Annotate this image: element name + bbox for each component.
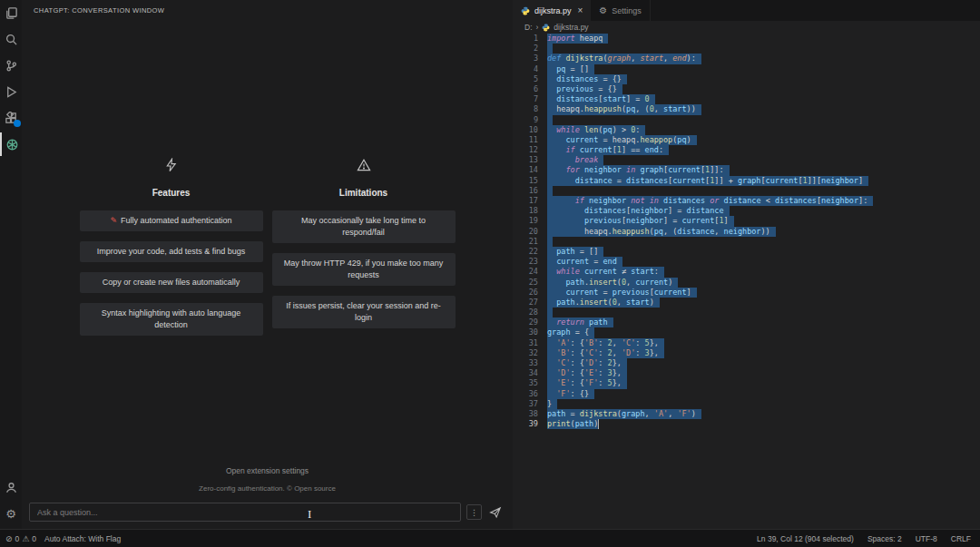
code-line[interactable]: 34 'D': {'E': 3}, (513, 368, 980, 378)
code-line[interactable]: 3def dijkstra(graph, start, end): (513, 54, 980, 63)
code-line[interactable]: 1import heapq (513, 34, 980, 44)
feature-label: Fully automated authentication (121, 215, 232, 227)
python-icon (542, 24, 550, 32)
tab-label: Settings (612, 6, 642, 15)
line-number: 35 (513, 378, 547, 388)
extensions-icon[interactable] (0, 106, 22, 130)
code-line[interactable]: 21 (513, 237, 980, 247)
ibeam-cursor: I (308, 507, 311, 522)
code-line[interactable]: 39print(path) (513, 419, 980, 429)
code-line-text: 'B': {'C': 2, 'D': 3}, (547, 348, 659, 358)
run-debug-icon[interactable] (0, 80, 22, 103)
code-line[interactable]: 26 current = previous[current] (513, 288, 980, 298)
code-line-text: previous = {} (547, 84, 617, 94)
search-icon[interactable] (0, 27, 22, 51)
code-line[interactable]: 7 distances[start] = 0 (513, 94, 980, 104)
code-line-text: 'A': {'B': 2, 'C': 5}, (547, 338, 659, 348)
code-line[interactable]: 12 if current[1] == end: (513, 145, 980, 155)
code-line[interactable]: 8 heapq.heappush(pq, (0, start)) (513, 104, 980, 114)
code-line[interactable]: 37} (513, 399, 980, 409)
code-line[interactable]: 16 (513, 186, 980, 196)
auto-attach-status[interactable]: Auto Attach: With Flag (44, 534, 121, 543)
panel-columns: Features ✎ Fully automated authenticatio… (80, 158, 456, 336)
code-line[interactable]: 15 distance = distances[current[1]] + gr… (513, 176, 980, 186)
line-number: 26 (513, 288, 547, 298)
feature-item: Copy or create new files automatically (80, 272, 263, 293)
chatgpt-icon[interactable] (0, 132, 22, 156)
code-line[interactable]: 36 'F': {} (513, 389, 980, 399)
explorer-icon[interactable] (0, 1, 22, 24)
code-line[interactable]: 17 if neighbor not in distances or dista… (513, 196, 980, 206)
limitation-label: May throw HTTP 429, if you make too many… (283, 258, 445, 281)
error-count: 0 (15, 534, 20, 543)
code-line[interactable]: 22 path = [] (513, 247, 980, 257)
code-line[interactable]: 10 while len(pq) > 0: (513, 125, 980, 135)
open-extension-settings-link[interactable]: Open extension settings (226, 466, 309, 475)
editor-caret (598, 419, 599, 429)
code-line[interactable]: 6 previous = {} (513, 84, 980, 94)
code-line[interactable]: 11 current = heapq.heappop(pq) (513, 135, 980, 145)
code-line[interactable]: 13 break (513, 155, 980, 165)
line-number: 30 (513, 327, 547, 337)
code-line[interactable]: 23 current = end (513, 257, 980, 267)
ask-question-input[interactable] (29, 503, 461, 522)
code-line-text: import heapq (547, 34, 603, 44)
code-line[interactable]: 32 'B': {'C': 2, 'D': 3}, (513, 348, 980, 358)
code-line[interactable]: 14 for neighbor in graph[current[1]]: (513, 165, 980, 175)
code-editor[interactable]: 1import heapq23def dijkstra(graph, start… (513, 34, 980, 529)
tab-close-icon[interactable]: × (578, 5, 583, 15)
code-line[interactable]: 25 path.insert(0, current) (513, 278, 980, 288)
code-line[interactable]: 20 heapq.heappush(pq, (distance, neighbo… (513, 227, 980, 237)
eol-status[interactable]: CRLF (951, 534, 971, 543)
send-button[interactable] (487, 504, 504, 521)
kebab-menu-button[interactable]: ⋮ (466, 504, 482, 520)
problems-indicator[interactable]: ⊘ 0 ⚠ 0 (5, 534, 36, 543)
line-number: 22 (513, 247, 547, 257)
code-line-text: distance = distances[current[1]] + graph… (547, 176, 863, 186)
code-line[interactable]: 18 distances[neighbor] = distance (513, 206, 980, 216)
code-line[interactable]: 2 (513, 44, 980, 54)
code-line[interactable]: 4 pq = [] (513, 64, 980, 74)
code-line[interactable]: 30graph = { (513, 327, 980, 337)
breadcrumb-file[interactable]: dijkstra.py (554, 23, 588, 32)
breadcrumb-root[interactable]: D: (524, 23, 533, 32)
activity-bar: ⚙ (0, 0, 22, 529)
feature-label: Syntax highlighting with auto language d… (91, 308, 252, 331)
code-line[interactable]: 28 (513, 308, 980, 317)
line-number: 19 (513, 216, 547, 226)
code-line[interactable]: 31 'A': {'B': 2, 'C': 5}, (513, 338, 980, 348)
code-line[interactable]: 5 distances = {} (513, 74, 980, 84)
line-number: 1 (513, 34, 547, 44)
indentation-status[interactable]: Spaces: 2 (867, 534, 902, 543)
code-line[interactable]: 29 return path (513, 317, 980, 327)
gear-icon: ⚙ (599, 6, 607, 15)
panel-tagline: Zero-config authentication. © Open sourc… (199, 484, 336, 493)
code-line-text: for neighbor in graph[current[1]]: (547, 165, 724, 175)
tab-label: dijkstra.py (534, 6, 572, 15)
code-line[interactable]: 35 'E': {'F': 5}, (513, 378, 980, 388)
accounts-icon[interactable] (0, 475, 22, 499)
code-line-text: path.insert(0, start) (547, 298, 654, 308)
line-number: 38 (513, 409, 547, 419)
tab-dijkstra-py[interactable]: dijkstra.py × (513, 0, 591, 21)
tab-settings[interactable]: ⚙ Settings (591, 0, 651, 21)
line-number: 9 (513, 115, 547, 125)
settings-gear-icon[interactable]: ⚙ (0, 502, 22, 525)
code-line[interactable]: 27 path.insert(0, start) (513, 298, 980, 308)
code-line-text: 'C': {'D': 2}, (547, 358, 622, 368)
code-line[interactable]: 38path = dijkstra(graph, 'A', 'F') (513, 409, 980, 419)
code-line[interactable]: 9 (513, 115, 980, 125)
cursor-position-status[interactable]: Ln 39, Col 12 (904 selected) (757, 534, 854, 543)
extensions-badge (14, 120, 21, 127)
source-control-icon[interactable] (0, 54, 22, 77)
kebab-icon: ⋮ (470, 508, 478, 517)
code-line-text: break (547, 155, 598, 165)
encoding-status[interactable]: UTF-8 (916, 534, 937, 543)
features-column: Features ✎ Fully automated authenticatio… (80, 158, 263, 336)
code-line-text: pq = [] (547, 64, 589, 74)
line-number: 34 (513, 368, 547, 378)
code-line[interactable]: 19 previous[neighbor] = current[1] (513, 216, 980, 226)
code-line[interactable]: 24 while current ≠ start: (513, 267, 980, 277)
code-line[interactable]: 33 'C': {'D': 2}, (513, 358, 980, 368)
line-number: 29 (513, 317, 547, 327)
